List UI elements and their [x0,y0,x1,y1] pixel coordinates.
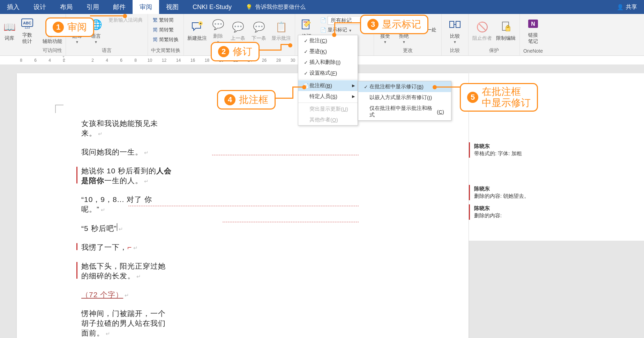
text-cursor [117,223,117,231]
checkmark-icon: ✓ [302,38,309,44]
callout-text: 显示标记 [382,18,421,31]
s2t-icon: 繁 [153,17,158,23]
text[interactable]: 一生的人。 [104,176,143,185]
text[interactable]: 她说你 10 秒后看到的 [81,167,156,175]
svg-rect-12 [456,21,460,28]
new-comment-label: 新建批注 [187,35,207,42]
callout-5: 5在批注框中显示修订 [460,83,538,112]
share-label: 共享 [626,3,637,11]
revision-item[interactable]: 陈晓东 带格式的: 字体: 加粗 [469,142,644,158]
pilcrow-icon: ↵ [125,292,129,298]
dropdown-arrow-icon: ▼ [453,40,457,44]
show-markup-menu: ✓批注(C) ✓墨迹(K) ✓插入和删除(I) ✓设置格式(F) 📄批注框(B)… [298,35,358,126]
menu-key: B [418,84,422,90]
thesaurus-button[interactable]: 📖 词库 [3,15,16,46]
restrict-editing-button[interactable]: 限制编辑 [495,15,517,46]
tab-review[interactable]: 审阅 [133,0,159,14]
checkmark-icon: ✓ [302,70,309,76]
menu-item-comments[interactable]: ✓批注(C) [298,35,358,46]
callout-1: 1审阅 [45,17,94,37]
pilcrow-icon: ↵ [98,131,103,137]
tab-mailings[interactable]: 邮件 [106,0,133,14]
tab-references[interactable]: 引用 [80,0,106,14]
menu-label: 在批注框中显示修订 [369,83,417,90]
new-comment-button[interactable]: + 新建批注 [187,15,208,46]
text[interactable]: 她低下头，阳光正穿过她的细碎的长发。 [81,262,166,280]
pilcrow-icon: ↵ [106,331,111,337]
revision-item[interactable]: 陈晓东 删除的内容: 朝她望去。 [469,185,644,200]
tell-me-search[interactable]: 💡 告诉我你想要做什么 [246,3,306,11]
ruler-tick: 12 [157,58,171,63]
group-cnconv-label: 中文简繁转换 [151,46,180,55]
menu-key: I [429,95,430,100]
tab-cnki[interactable]: CNKI E-Study [186,1,239,14]
menu-separator [298,103,358,103]
text[interactable]: 愣神间，门被踹开，一个胡子拉碴的男人站在我们面前。 [81,309,166,337]
change-bar [76,243,77,250]
simplified-to-traditional[interactable]: 繁繁转简 [151,15,181,25]
pilcrow-icon: ↵ [119,226,123,232]
next-comment-button[interactable]: 💬 下一条 [249,15,268,46]
text[interactable]: 女孩和我说她能预见未来。 [81,119,158,137]
menu-label: 以嵌入方式显示所有修订 [369,94,427,101]
wordcount-button[interactable]: ABC123 字数 统计 [18,15,36,46]
delete-comment-icon: 💬 [212,18,224,32]
chinese-conversion[interactable]: 简简繁转换 [151,35,181,45]
text[interactable]: “5 秒后吧” [81,224,117,232]
show-comments-button[interactable]: 📋 显示批注 [270,15,292,46]
menu-label: 仅在批注框中显示批注和格式 [369,105,437,118]
prev-comment-button[interactable]: 💬 上一条 [229,15,247,46]
compare-button[interactable]: 比较 ▼ [444,15,465,46]
tab-layout[interactable]: 布局 [53,0,80,14]
paragraph: 她低下头，阳光正穿过她的细碎的长发。↵ [81,261,172,281]
tab-insert[interactable]: 插入 [0,0,27,14]
submenu-show-comments-formatting[interactable]: 仅在批注框中显示批注和格式(C) [358,103,451,120]
menu-key: I [337,59,339,65]
submenu-show-all-inline[interactable]: 以嵌入方式显示所有修订(I) [358,92,451,103]
paragraph: 女孩和我说她能预见未来。↵ [81,119,172,138]
text[interactable]: “10，9，8... 对了 你呢。” [81,195,152,213]
prev-comment-label: 上一条 [231,35,245,42]
callout-3: 3显示标记 [360,15,428,34]
callout-connector [334,22,335,34]
block-authors-label: 阻止作者 [472,35,492,42]
revision-text: 删除的内容: 朝她望去。 [474,193,640,200]
menu-item-formatting[interactable]: ✓设置格式(F) [298,68,358,78]
onenote-button[interactable]: N 链接 笔记 [523,15,544,46]
menu-key: K [322,48,325,54]
revision-item[interactable]: 陈晓东 删除的内容: [469,204,644,220]
menu-label: 突出显示更新 [309,106,341,112]
dropdown-arrow-icon: ▼ [402,40,406,44]
menu-key: B [327,83,330,89]
tab-design[interactable]: 设计 [27,0,53,14]
change-bar [76,262,77,279]
text[interactable]: 我愣了一下， [81,243,127,251]
share-button[interactable]: 👤 共享 [617,3,637,11]
callout-connector [292,87,293,99]
menu-separator [298,79,358,80]
paragraph: “5 秒后吧”↵ [81,223,172,233]
ruler-tick: 6 [28,58,43,63]
wordcount-label: 字数 统计 [22,32,32,45]
word-count-text[interactable]: （72 个字） [81,291,123,299]
revision-author: 陈晓东 [474,186,640,192]
menu-label: 批注框 [309,82,325,89]
delete-comment-button[interactable]: 💬 删除 ▼ [210,15,226,46]
block-authors-button: 🚫 阻止作者 [471,15,493,46]
indent-marker-icon[interactable] [61,56,66,61]
menu-item-specific-people[interactable]: 特定人员(S)▶ [298,91,358,102]
text[interactable]: 我问她我的一生。 [81,148,143,156]
paragraph: “10，9，8... 对了 你呢。”↵ [81,195,172,214]
pilcrow-icon: ↵ [144,150,149,156]
menu-item-ink[interactable]: ✓墨迹(K) [298,46,358,57]
submenu-arrow-icon: ▶ [352,83,355,88]
paragraph: 我愣了一下，⌐↵ [81,242,172,252]
restrict-editing-label: 限制编辑 [496,35,516,42]
callout-text: 在批注框 [482,86,531,97]
tab-view[interactable]: 视图 [159,0,186,14]
show-comments-label: 显示批注 [271,35,291,42]
menu-item-balloons[interactable]: 📄批注框(B)▶ [298,80,358,91]
traditional-to-simplified[interactable]: 简简转繁 [151,25,181,35]
menu-item-insertions[interactable]: ✓插入和删除(I) [298,57,358,68]
callout-text: 中显示修订 [482,97,531,108]
